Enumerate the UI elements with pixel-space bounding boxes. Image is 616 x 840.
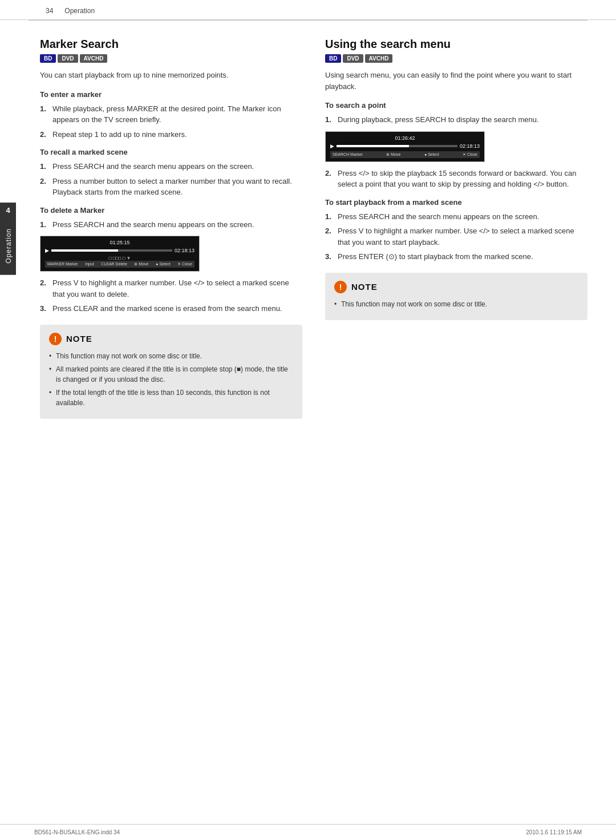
side-tab-number: 4 (0, 203, 16, 218)
step-num: 3. (40, 303, 49, 314)
screen-bottom-item: ⊕ Move (386, 152, 400, 157)
step-text: Press SEARCH and the search menu appears… (338, 211, 539, 223)
screen-bottom-item: Input (85, 262, 94, 266)
screen-bar (337, 145, 457, 147)
screen-bottom-item: ● Select (156, 262, 171, 266)
search-steps: 1. During playback, press SEARCH to disp… (325, 114, 587, 126)
start-playback-steps: 1. Press SEARCH and the search menu appe… (325, 211, 587, 262)
step-num: 1. (325, 211, 334, 223)
step-text: Press </> to skip the playback 15 second… (338, 168, 587, 190)
right-note-header: ! NOTE (334, 281, 578, 293)
page-wrapper: 4 Operation 34 Operation Marker Search B… (0, 0, 616, 840)
page-header: 34 Operation (0, 0, 616, 20)
right-section-title: Using the search menu (325, 38, 587, 51)
right-note-title: NOTE (351, 282, 378, 292)
step-num: 2. (325, 225, 334, 248)
screen-bar-row: ▶ 02:18:13 (45, 248, 194, 253)
step-text: Press CLEAR and the marked scene is eras… (52, 303, 282, 314)
screen-bottom-item: MARKER Marker (47, 262, 78, 266)
step-num: 2. (325, 168, 334, 190)
subsection-enter-marker: To enter a marker 1. While playback, pre… (40, 90, 302, 140)
step-item: 1. While playback, press MARKER at the d… (40, 103, 302, 126)
badge-avchd-left: AVCHD (80, 54, 108, 63)
screen-play-icon: ▶ (330, 143, 334, 149)
step-text: Press V to highlight a marker number. Us… (338, 225, 587, 248)
screen-time-right: 02:18:13 (460, 143, 480, 149)
page-footer: BD561-N-BUSALLK-ENG.indd 34 2010.1.6 11:… (0, 824, 616, 840)
step-num: 3. (325, 251, 334, 262)
search-steps-after: 2. Press </> to skip the playback 15 sec… (325, 168, 587, 190)
step-item: 3. Press ENTER (⊙) to start playback fro… (325, 251, 587, 262)
step-num: 1. (40, 219, 49, 231)
subsection-start-playback-title: To start playback from a marked scene (325, 198, 587, 207)
screen-bottom-item: ● Select (424, 152, 439, 157)
screen-time-right: 02:18:13 (175, 248, 194, 253)
step-item: 2. Press a number button to select a mar… (40, 176, 302, 198)
recall-steps: 1. Press SEARCH and the search menu appe… (40, 161, 302, 198)
screen-time-top: 01:25:15 (45, 240, 194, 245)
screen-bottom-item: CLEAR Delete (101, 262, 127, 266)
delete-screen-mockup: 01:25:15 ▶ 02:18:13 □ □□□ □ ▼ MARKER Mar… (40, 236, 200, 272)
left-badge-row: BD DVD AVCHD (40, 54, 302, 63)
screen-time-top: 01:26:42 (330, 135, 480, 141)
right-intro: Using search menu, you can easily to fin… (325, 70, 587, 92)
subsection-delete-marker: To delete a Marker 1. Press SEARCH and t… (40, 206, 302, 314)
step-num: 2. (40, 129, 49, 140)
step-text: Press V to highlight a marker number. Us… (52, 277, 302, 300)
step-item: 3. Press CLEAR and the marked scene is e… (40, 303, 302, 314)
delete-steps: 1. Press SEARCH and the search menu appe… (40, 219, 302, 231)
footer-date: 2010.1.6 11:19:15 AM (526, 829, 582, 835)
header-title: Operation (64, 7, 95, 15)
step-item: 2. Press V to highlight a marker number.… (325, 225, 587, 248)
right-note-box: ! NOTE This function may not work on som… (325, 273, 587, 320)
step-text: Press ENTER (⊙) to start playback from t… (338, 251, 533, 262)
screen-bottom-item: ✕ Close (177, 262, 192, 266)
side-tab-label: Operation (0, 217, 16, 275)
step-item: 1. Press SEARCH and the search menu appe… (40, 161, 302, 172)
left-note-header: ! NOTE (49, 333, 293, 345)
left-note-title: NOTE (66, 334, 92, 344)
left-note-list: This function may not work on some disc … (49, 351, 293, 408)
step-item: 1. During playback, press SEARCH to disp… (325, 114, 587, 126)
note-list-item: If the total length of the title is less… (49, 387, 293, 408)
badge-dvd-left: DVD (58, 54, 78, 63)
right-column: Using the search menu BD DVD AVCHD Using… (325, 38, 587, 419)
content-area: Marker Search BD DVD AVCHD You can start… (0, 21, 616, 436)
step-text: Press SEARCH and the search menu appears… (52, 219, 254, 231)
step-text: During playback, press SEARCH to display… (338, 114, 539, 126)
step-text: Repeat step 1 to add up to nine markers. (52, 129, 187, 140)
step-item: 2. Press </> to skip the playback 15 sec… (325, 168, 587, 190)
subsection-search-title: To search a point (325, 101, 587, 110)
screen-bottom-bar: SEARCH Marker ⊕ Move ● Select ✕ Close (330, 151, 480, 158)
step-item: 2. Repeat step 1 to add up to nine marke… (40, 129, 302, 140)
subsection-enter-marker-title: To enter a marker (40, 90, 302, 99)
step-num: 1. (40, 103, 49, 126)
subsection-recall-title: To recall a marked scene (40, 148, 302, 156)
screen-bar (51, 249, 172, 252)
note-list-item: This function may not work on some disc … (334, 299, 578, 309)
search-screen-mockup: 01:26:42 ▶ 02:18:13 SEARCH Marker ⊕ Move… (325, 131, 485, 162)
left-section-title: Marker Search (40, 38, 302, 51)
step-item: 2. Press V to highlight a marker number.… (40, 277, 302, 300)
left-intro: You can start playback from up to nine m… (40, 70, 302, 81)
screen-markers: □ □□□ □ ▼ (45, 256, 194, 261)
step-text: Press a number button to select a marker… (52, 176, 302, 198)
step-text: Press SEARCH and the search menu appears… (52, 161, 254, 172)
subsection-recall: To recall a marked scene 1. Press SEARCH… (40, 148, 302, 198)
badge-bd-right: BD (325, 54, 341, 63)
right-badge-row: BD DVD AVCHD (325, 54, 587, 63)
left-note-icon: ! (49, 333, 62, 345)
step-num: 2. (40, 277, 49, 300)
badge-bd-left: BD (40, 54, 56, 63)
step-num: 2. (40, 176, 49, 198)
left-column: Marker Search BD DVD AVCHD You can start… (40, 38, 302, 419)
subsection-search-point: To search a point 1. During playback, pr… (325, 101, 587, 190)
badge-dvd-right: DVD (343, 54, 363, 63)
step-text: While playback, press MARKER at the desi… (52, 103, 302, 126)
screen-bar-row: ▶ 02:18:13 (330, 143, 480, 149)
header-page-number: 34 (46, 7, 53, 15)
enter-marker-steps: 1. While playback, press MARKER at the d… (40, 103, 302, 140)
screen-bar-fill (51, 249, 118, 252)
step-item: 1. Press SEARCH and the search menu appe… (40, 219, 302, 231)
screen-bottom-item: ⊕ Move (134, 262, 148, 266)
